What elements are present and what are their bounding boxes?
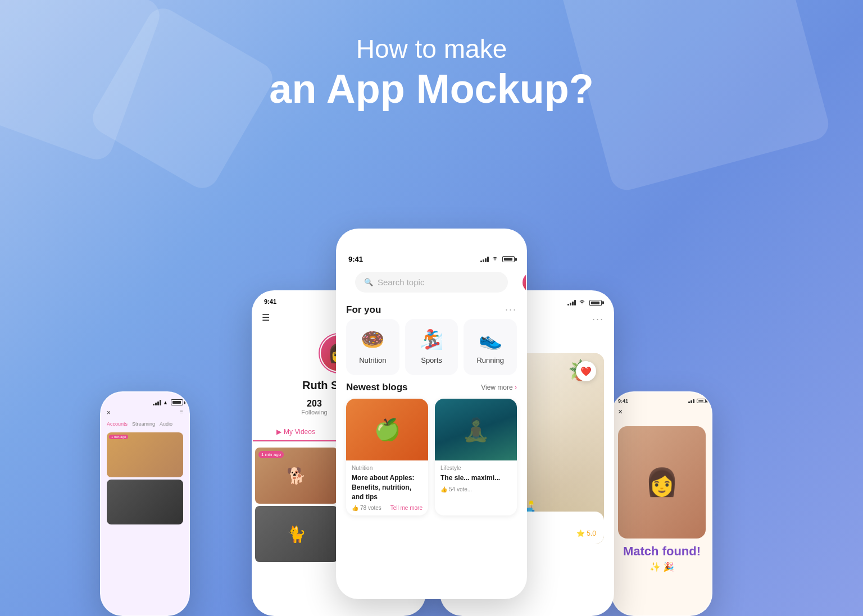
following-stat: 203 Following	[301, 399, 327, 416]
for-you-title: For you	[346, 304, 381, 316]
right-status-icons	[567, 299, 602, 306]
match-person-image: 👩	[618, 426, 706, 539]
room-rating: ⭐ 5.0	[576, 530, 596, 537]
blogs-section: Newest blogs View more › 🍏 Nutrition Mor…	[337, 375, 526, 515]
phone-far-left: ▲ × ≡ Accounts Streaming Audio 1 min ago	[100, 391, 190, 616]
phones-container: ▲ × ≡ Accounts Streaming Audio 1 min ago	[94, 195, 769, 616]
far-left-tab-streaming[interactable]: Streaming	[132, 421, 155, 427]
match-found-text: Match found!	[623, 544, 701, 559]
blog-category-2: Lifestyle	[440, 465, 511, 471]
for-you-section-header: For you ···	[337, 298, 526, 319]
far-left-tab-audio[interactable]: Audio	[160, 421, 172, 427]
header-section: How to make an App Mockup?	[0, 0, 863, 111]
phone-far-right: 9:41 × 👩 Match found! ✨ 🎉	[611, 391, 712, 616]
sports-label: Sports	[421, 356, 442, 364]
search-placeholder: Search topic	[378, 277, 424, 287]
phone-notch	[398, 230, 465, 245]
following-count: 203	[307, 399, 322, 409]
center-time: 9:41	[348, 255, 363, 263]
far-right-battery	[697, 399, 706, 403]
view-more-link[interactable]: View more ›	[481, 384, 517, 391]
sports-emoji: 🏂	[420, 328, 443, 350]
far-left-badge-1: 1 min ago	[109, 435, 128, 439]
user-avatar-image: 👩	[523, 272, 527, 293]
far-left-signal	[153, 400, 161, 405]
blog-image-nutrition: 🍏	[346, 399, 428, 460]
far-right-time: 9:41	[618, 398, 628, 404]
far-left-tab-accounts[interactable]: Accounts	[107, 421, 128, 427]
hamburger-icon[interactable]: ☰	[262, 312, 270, 323]
running-emoji: 👟	[479, 328, 502, 350]
nutrition-label: Nutrition	[359, 356, 386, 364]
following-label: Following	[301, 409, 327, 416]
far-right-signal	[688, 399, 694, 403]
blog-link-1[interactable]: Tell me more	[390, 505, 423, 511]
star-icon: ⭐	[576, 530, 585, 537]
blog-footer-2: 👍 54 vote...	[440, 486, 511, 492]
center-signal-icon	[480, 257, 489, 262]
header-title: an App Mockup?	[0, 67, 863, 111]
far-left-close-icon[interactable]: ×	[107, 409, 111, 417]
match-person-photo: 👩	[618, 426, 706, 539]
topic-card-running[interactable]: 👟 Running	[464, 319, 517, 375]
right-signal-icon	[567, 300, 576, 305]
far-left-video-2	[107, 480, 183, 524]
far-left-battery-icon	[171, 399, 183, 405]
phone-center: 9:41 🔍 Search topic 👩 For you ···	[336, 229, 527, 599]
video-thumb-1[interactable]: 1 min ago 🐕	[255, 448, 338, 504]
right-battery-icon	[589, 300, 602, 306]
search-bar-container: 🔍 Search topic 👩	[346, 272, 517, 293]
blog-card-nutrition[interactable]: 🍏 Nutrition More about Apples: Benefits,…	[346, 399, 428, 515]
favorites-menu-icon[interactable]: ···	[592, 313, 604, 325]
thumbs-up-icon-2: 👍	[440, 486, 447, 492]
running-label: Running	[476, 356, 503, 364]
confetti-decoration: ✨ 🎉	[649, 562, 674, 572]
play-icon: ▶	[276, 428, 281, 436]
blog-content-1: Nutrition More about Apples: Benefits, n…	[346, 460, 428, 515]
topics-row: 🍩 Nutrition 🏂 Sports 👟 Running	[337, 319, 526, 375]
far-right-content: 9:41 × 👩 Match found! ✨ 🎉	[612, 393, 711, 578]
blogs-header: Newest blogs View more ›	[337, 382, 526, 399]
far-left-filter-icon[interactable]: ≡	[180, 409, 183, 417]
view-more-arrow-icon: ›	[515, 384, 517, 391]
video-thumb-3[interactable]: 🐈	[255, 506, 338, 562]
center-battery-icon	[502, 256, 515, 262]
header-subtitle: How to make	[0, 34, 863, 64]
blog-cards-row: 🍏 Nutrition More about Apples: Benefits,…	[337, 399, 526, 515]
far-left-video-1: 1 min ago	[107, 432, 183, 477]
far-left-tabs: Accounts Streaming Audio	[107, 421, 183, 427]
blog-title-1: More about Apples: Benefits, nutrition, …	[352, 473, 423, 501]
blog-content-2: Lifestyle The sie... maximi... 👍 54 vote…	[435, 460, 517, 497]
blog-votes-2: 👍 54 vote...	[440, 486, 472, 492]
blog-title-2: The sie... maximi...	[440, 473, 511, 483]
blog-category-1: Nutrition	[352, 465, 423, 471]
tab-my-videos[interactable]: ▶ My Videos	[253, 423, 339, 441]
for-you-menu-icon[interactable]: ···	[505, 304, 517, 316]
newest-blogs-title: Newest blogs	[346, 382, 408, 393]
topic-card-nutrition[interactable]: 🍩 Nutrition	[346, 319, 399, 375]
left-phone-time: 9:41	[264, 298, 276, 305]
user-avatar[interactable]: 👩	[521, 271, 527, 294]
video-badge-1: 1 min ago	[258, 451, 284, 458]
far-left-content: ▲ × ≡ Accounts Streaming Audio 1 min ago	[101, 393, 189, 531]
heart-button[interactable]: ❤️	[576, 361, 596, 381]
search-icon: 🔍	[364, 278, 373, 286]
far-left-wifi-icon: ▲	[163, 400, 168, 405]
center-status-icons	[480, 256, 515, 263]
center-wifi-icon	[491, 256, 499, 263]
topic-card-sports[interactable]: 🏂 Sports	[405, 319, 458, 375]
right-wifi-icon	[578, 299, 586, 306]
thumbs-up-icon: 👍	[352, 505, 358, 511]
blog-footer-1: 👍 78 votes Tell me more	[352, 505, 423, 511]
blog-votes-1: 👍 78 votes	[352, 505, 381, 511]
apple-emoji: 🍏	[374, 417, 401, 442]
far-right-close-icon[interactable]: ×	[618, 407, 623, 416]
search-bar[interactable]: 🔍 Search topic	[355, 272, 508, 293]
nutrition-emoji: 🍩	[361, 328, 384, 350]
blog-card-lifestyle[interactable]: 🧘 Lifestyle The sie... maximi... 👍 54 vo…	[435, 399, 517, 515]
blog-image-lifestyle: 🧘	[435, 399, 517, 460]
